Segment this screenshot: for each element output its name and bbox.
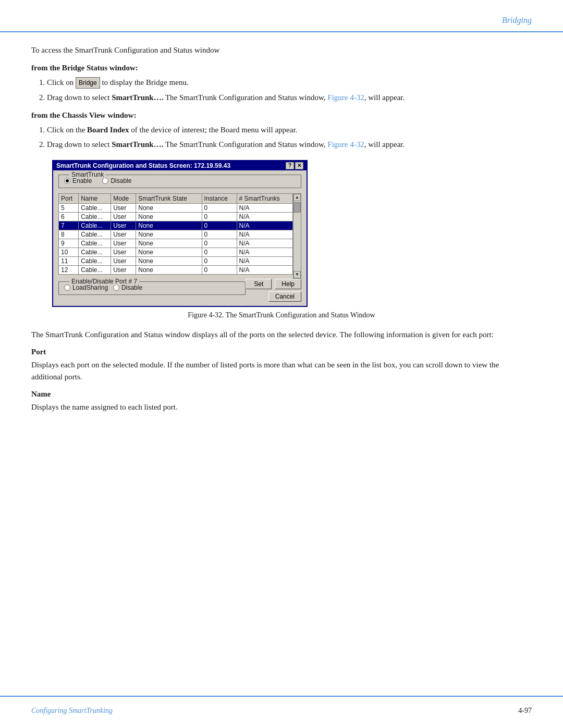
- loadsharing-radio-circle[interactable]: [64, 285, 70, 291]
- table-cell-state: None: [136, 248, 202, 256]
- list-item: Drag down to select SmartTrunk…. The Sma…: [47, 92, 532, 104]
- col-state: SmartTrunk State: [136, 193, 202, 203]
- scroll-up-arrow[interactable]: ▲: [293, 194, 301, 201]
- enable-disable-group: Enable/Disable Port # 7 LoadSharing Disa…: [58, 281, 246, 295]
- table-cell-instance: 0: [202, 239, 237, 248]
- table-row[interactable]: 5Cable...UserNone0N/A: [59, 203, 293, 212]
- disable2-radio[interactable]: Disable: [113, 284, 142, 291]
- table-cell-instance: 0: [202, 203, 237, 212]
- table-cell-mode: User: [111, 239, 136, 248]
- table-cell-name: Cable...: [79, 248, 111, 256]
- table-cell-name: Cable...: [79, 239, 111, 248]
- cancel-button[interactable]: Cancel: [268, 291, 301, 302]
- table-cell-smarttrunks: N/A: [237, 203, 292, 212]
- dialog-body: SmartTrunk Enable Disable: [53, 170, 307, 306]
- table-row[interactable]: 8Cable...UserNone0N/A: [59, 230, 293, 239]
- top-rule: [0, 31, 563, 32]
- table-cell-port: 12: [59, 265, 79, 274]
- disable2-radio-circle[interactable]: [113, 285, 119, 291]
- table-cell-mode: User: [111, 230, 136, 239]
- section2-heading: from the Chassis View window:: [31, 111, 532, 120]
- table-row[interactable]: 11Cable...UserNone0N/A: [59, 256, 293, 265]
- table-cell-smarttrunks: N/A: [237, 212, 292, 221]
- table-cell-port: 11: [59, 256, 79, 265]
- table-row[interactable]: 9Cable...UserNone0N/A: [59, 239, 293, 248]
- bridge-button-label: Bridge: [76, 77, 100, 89]
- table-cell-smarttrunks: N/A: [237, 221, 292, 230]
- table-row[interactable]: 6Cable...UserNone0N/A: [59, 212, 293, 221]
- bottom-rule: [0, 696, 563, 697]
- port-table-container: Port Name Mode SmartTrunk State Instance…: [58, 193, 301, 279]
- table-cell-mode: User: [111, 221, 136, 230]
- intro-text: To access the SmartTrunk Configuration a…: [31, 44, 532, 56]
- table-scrollbar[interactable]: ▲ ▼: [293, 193, 301, 279]
- table-cell-smarttrunks: N/A: [237, 248, 292, 256]
- loadsharing-label: LoadSharing: [72, 284, 108, 291]
- col-name: Name: [79, 193, 111, 203]
- set-button[interactable]: Set: [246, 279, 272, 289]
- table-cell-port: 8: [59, 230, 79, 239]
- list-item: Click on the Board Index of the device o…: [47, 124, 532, 136]
- list-item: Click on Bridge to display the Bridge me…: [47, 77, 532, 89]
- footer-right: 4-97: [518, 707, 532, 715]
- table-cell-instance: 0: [202, 212, 237, 221]
- disable-radio[interactable]: Disable: [102, 177, 131, 184]
- col-port: Port: [59, 193, 79, 203]
- table-cell-name: Cable...: [79, 265, 111, 274]
- table-row[interactable]: 12Cable...UserNone0N/A: [59, 265, 293, 274]
- table-row[interactable]: 7Cable...UserNone0N/A: [59, 221, 293, 230]
- section2-list: Click on the Board Index of the device o…: [47, 124, 532, 151]
- col-mode: Mode: [111, 193, 136, 203]
- table-row[interactable]: 10Cable...UserNone0N/A: [59, 248, 293, 256]
- table-cell-port: 5: [59, 203, 79, 212]
- bottom-row-left: Enable/Disable Port # 7 LoadSharing Disa…: [58, 281, 246, 299]
- table-cell-port: 10: [59, 248, 79, 256]
- table-header-row: Port Name Mode SmartTrunk State Instance…: [59, 193, 293, 203]
- table-cell-state: None: [136, 265, 202, 274]
- smarttrunk-group: SmartTrunk Enable Disable: [58, 175, 301, 188]
- table-cell-mode: User: [111, 265, 136, 274]
- disable-radio-circle[interactable]: [102, 178, 108, 184]
- table-cell-state: None: [136, 221, 202, 230]
- body-para1: The SmartTrunk Configuration and Status …: [31, 329, 532, 341]
- smarttrunk-legend: SmartTrunk: [69, 171, 106, 178]
- table-scroll-area: Port Name Mode SmartTrunk State Instance…: [58, 193, 293, 279]
- section1-heading: from the Bridge Status window:: [31, 64, 532, 72]
- scroll-down-arrow[interactable]: ▼: [293, 271, 301, 278]
- table-cell-state: None: [136, 203, 202, 212]
- col-smarttrunks: # SmartTrunks: [237, 193, 292, 203]
- dialog-titlebar-buttons: ? ✕: [286, 162, 303, 169]
- port-desc: Displays each port on the selected modul…: [31, 359, 532, 382]
- section1-list: Click on Bridge to display the Bridge me…: [47, 77, 532, 104]
- figure-link2[interactable]: Figure 4-32: [327, 140, 364, 149]
- table-cell-mode: User: [111, 256, 136, 265]
- dialog-close-btn[interactable]: ✕: [295, 162, 303, 169]
- main-content: To access the SmartTrunk Configuration a…: [31, 44, 532, 686]
- dialog-titlebar: SmartTrunk Configuration and Status Scre…: [53, 161, 307, 170]
- name-desc: Displays the name assigned to each liste…: [31, 401, 532, 413]
- dialog-title: SmartTrunk Configuration and Status Scre…: [56, 162, 230, 169]
- port-table-body: 5Cable...UserNone0N/A6Cable...UserNone0N…: [59, 203, 293, 274]
- table-cell-smarttrunks: N/A: [237, 265, 292, 274]
- enable-radio-circle[interactable]: [64, 178, 70, 184]
- dialog-help-btn[interactable]: ?: [286, 162, 294, 169]
- table-cell-name: Cable...: [79, 230, 111, 239]
- table-cell-port: 9: [59, 239, 79, 248]
- loadsharing-radio[interactable]: LoadSharing: [64, 284, 108, 291]
- footer-left: Configuring SmartTrunking: [31, 707, 113, 715]
- disable2-label: Disable: [121, 284, 142, 291]
- table-cell-instance: 0: [202, 221, 237, 230]
- scroll-thumb[interactable]: [293, 202, 301, 213]
- table-cell-mode: User: [111, 212, 136, 221]
- help-button[interactable]: Help: [275, 279, 301, 289]
- table-cell-instance: 0: [202, 265, 237, 274]
- table-cell-smarttrunks: N/A: [237, 230, 292, 239]
- table-cell-mode: User: [111, 203, 136, 212]
- table-cell-port: 7: [59, 221, 79, 230]
- figure-link[interactable]: Figure 4-32: [327, 93, 364, 102]
- enable-radio[interactable]: Enable: [64, 177, 92, 184]
- table-cell-name: Cable...: [79, 212, 111, 221]
- table-cell-mode: User: [111, 248, 136, 256]
- enable-label: Enable: [72, 177, 92, 184]
- table-cell-state: None: [136, 256, 202, 265]
